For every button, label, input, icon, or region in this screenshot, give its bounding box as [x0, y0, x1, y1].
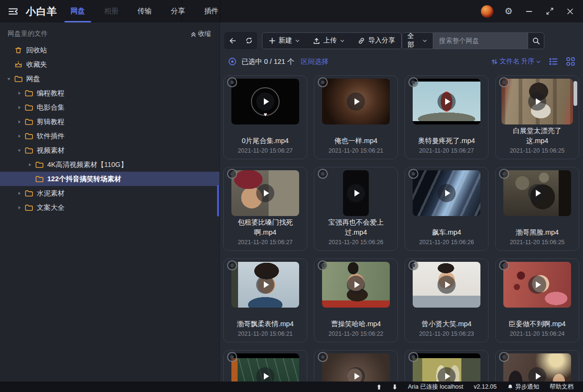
- collapse-menu-button[interactable]: [7, 6, 20, 17]
- file-card[interactable]: [405, 350, 489, 382]
- play-icon[interactable]: [437, 276, 456, 294]
- play-icon[interactable]: [437, 93, 456, 111]
- file-card[interactable]: [495, 350, 579, 382]
- play-icon[interactable]: [437, 367, 456, 382]
- tree-item[interactable]: 电影合集: [0, 100, 219, 114]
- tree-item[interactable]: 软件插件: [0, 129, 219, 143]
- tab-netdisk[interactable]: 网盘: [61, 0, 94, 22]
- file-select-checkbox[interactable]: [408, 352, 418, 362]
- file-card[interactable]: 0片尾合集.mp42021-11-20 15:06:27: [223, 75, 307, 159]
- upload-speed-indicator[interactable]: [376, 384, 382, 390]
- file-name: 曹操笑哈哈.mp4: [316, 309, 396, 329]
- tree-item[interactable]: 编程教程: [0, 86, 219, 100]
- file-card[interactable]: 宝强再也不会爱上 过.mp42021-11-20 15:06:26: [314, 167, 398, 251]
- maximize-button[interactable]: [544, 6, 555, 17]
- file-card[interactable]: 曹操笑哈哈.mp42021-11-20 15:06:22: [314, 258, 398, 342]
- avatar[interactable]: [481, 5, 493, 18]
- play-icon[interactable]: [256, 93, 274, 111]
- caret-right-icon[interactable]: [26, 163, 34, 167]
- help-docs-link[interactable]: 帮助文档: [550, 383, 573, 391]
- sidebar-scrollbar-thumb[interactable]: [217, 185, 219, 217]
- file-select-checkbox[interactable]: [499, 169, 509, 179]
- tree-item[interactable]: 水泥素材: [0, 186, 219, 200]
- file-card[interactable]: 奥特曼疼死了.mp42021-11-20 15:06:27: [405, 75, 489, 159]
- minimize-button[interactable]: [524, 6, 534, 17]
- caret-right-icon[interactable]: [15, 120, 23, 124]
- upload-button[interactable]: 上传: [306, 33, 351, 49]
- sort-control[interactable]: 文件名 升序: [491, 57, 541, 66]
- file-select-checkbox[interactable]: [408, 169, 418, 179]
- play-icon[interactable]: [347, 184, 365, 202]
- file-card[interactable]: 白展堂太漂亮了 这.mp42021-11-20 15:06:25: [495, 75, 579, 159]
- file-card[interactable]: 飙车.mp42021-11-20 15:06:26: [405, 167, 489, 251]
- caret-right-icon[interactable]: [15, 191, 23, 196]
- play-icon[interactable]: [528, 367, 546, 382]
- list-view-button[interactable]: [549, 57, 558, 66]
- tree-item[interactable]: 网盘: [0, 72, 219, 86]
- play-icon[interactable]: [347, 276, 365, 294]
- play-icon[interactable]: [528, 184, 546, 202]
- range-select-link[interactable]: 区间选择: [301, 57, 328, 66]
- play-icon[interactable]: [528, 93, 546, 111]
- tab-share[interactable]: 分享: [161, 0, 195, 22]
- new-button[interactable]: 新建: [262, 33, 306, 49]
- import-share-button[interactable]: 导入分享: [351, 33, 401, 49]
- file-select-checkbox[interactable]: [499, 260, 509, 270]
- file-select-checkbox[interactable]: [318, 352, 328, 362]
- tree-item[interactable]: 收藏夹: [0, 57, 219, 72]
- file-card[interactable]: 俺也一样.mp42021-11-20 15:06:21: [314, 75, 398, 159]
- file-select-checkbox[interactable]: [227, 352, 237, 362]
- file-card[interactable]: 渤哥黑脸.mp42021-11-20 15:06:25: [495, 167, 579, 251]
- file-select-checkbox[interactable]: [227, 77, 237, 87]
- file-select-checkbox[interactable]: [499, 352, 509, 362]
- play-icon[interactable]: [256, 367, 274, 382]
- download-speed-indicator[interactable]: [392, 384, 397, 390]
- caret-right-icon[interactable]: [15, 105, 23, 110]
- file-card[interactable]: 渤哥飘柔表情.mp42021-11-20 15:06:21: [223, 258, 307, 342]
- file-select-checkbox[interactable]: [318, 77, 328, 87]
- settings-button[interactable]: ⚙: [503, 6, 514, 17]
- caret-down-icon[interactable]: [5, 77, 13, 81]
- tree-item[interactable]: 文案大全: [0, 200, 219, 215]
- file-select-checkbox[interactable]: [227, 260, 237, 270]
- tree-item[interactable]: 剪辑教程: [0, 114, 219, 129]
- tab-transfer[interactable]: 传输: [128, 0, 161, 22]
- caret-down-icon[interactable]: [15, 148, 23, 153]
- file-card[interactable]: 臣妾做不到啊.mp42021-11-20 15:06:24: [495, 258, 579, 342]
- file-select-checkbox[interactable]: [318, 169, 328, 179]
- tab-plugins[interactable]: 插件: [195, 0, 228, 22]
- tree-item[interactable]: 视频素材: [0, 143, 219, 157]
- file-card[interactable]: 包租婆比嗓门找死 啊.mp42021-11-20 15:06:27: [223, 167, 307, 251]
- tab-album[interactable]: 相册: [94, 0, 128, 22]
- play-icon[interactable]: [437, 184, 456, 202]
- async-notify-button[interactable]: 异步通知: [507, 383, 539, 391]
- sidebar-collapse-button[interactable]: 收缩: [190, 30, 211, 38]
- back-button[interactable]: [224, 32, 240, 49]
- tree-item[interactable]: 4K高清视频素材【110G】: [0, 157, 219, 172]
- tree-item[interactable]: 回收站: [0, 43, 219, 57]
- play-icon[interactable]: [256, 184, 274, 202]
- file-card[interactable]: 曾小贤大笑.mp42021-11-20 15:06:23: [405, 258, 489, 342]
- play-icon[interactable]: [528, 276, 546, 294]
- search-button[interactable]: [528, 33, 544, 49]
- play-icon[interactable]: [347, 93, 365, 111]
- play-icon[interactable]: [256, 276, 274, 294]
- file-select-checkbox[interactable]: [408, 260, 418, 270]
- caret-right-icon[interactable]: [15, 91, 23, 95]
- play-icon[interactable]: [347, 367, 365, 382]
- search-filter-dropdown[interactable]: 全部: [402, 33, 433, 49]
- main-scrollbar-thumb[interactable]: [573, 81, 577, 106]
- search-input[interactable]: [433, 33, 528, 49]
- grid-view-button[interactable]: [566, 57, 575, 66]
- file-card[interactable]: [314, 350, 398, 382]
- file-select-checkbox[interactable]: [408, 77, 418, 87]
- file-select-checkbox[interactable]: [318, 260, 328, 270]
- caret-right-icon[interactable]: [15, 134, 23, 138]
- tree-item[interactable]: 122个抖音搞笑转场素材: [0, 172, 219, 186]
- close-button[interactable]: [565, 6, 575, 17]
- file-card[interactable]: [223, 350, 307, 382]
- file-select-checkbox[interactable]: [227, 169, 237, 179]
- refresh-button[interactable]: [240, 32, 257, 49]
- file-select-checkbox[interactable]: [499, 77, 509, 87]
- caret-right-icon[interactable]: [15, 206, 23, 210]
